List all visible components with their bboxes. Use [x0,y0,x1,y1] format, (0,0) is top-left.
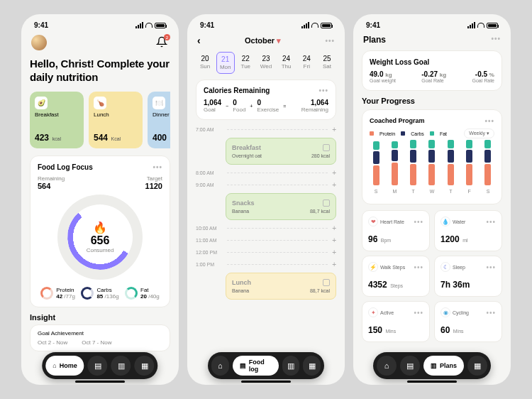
chart-icon: ▥ [431,362,437,369]
screen-home: 9:41 2 Hello, Christ! Complete your dail… [21,14,179,385]
dinner-icon: 🍽️ [153,97,165,109]
focus-title: Food Log Focus [38,163,93,171]
meal-lunch[interactable]: 🍗 Lunch 544 Kcal [89,92,143,148]
status-bar: 9:41 [21,14,179,32]
date-cell[interactable]: 24Thu [277,52,296,74]
nav-more[interactable]: ▦ [135,356,155,376]
coached-program-card: Coached Program••• Protein Carbs Fat Wee… [362,109,502,204]
more-button[interactable]: ••• [325,37,335,45]
home-indicator [241,381,291,383]
meal-breakfast[interactable]: 🥑 Breakfast 423 kcal [30,92,84,148]
month-picker[interactable]: October ▾ [245,36,281,45]
home-indicator [75,381,125,383]
log-icon: ▤ [94,361,101,371]
weight-loss-card: Weight Loss Goal 49.0 kgGoal weight -0.2… [362,50,502,91]
date-cell[interactable]: 22Tue [236,52,255,74]
bottom-nav: ⌂ ▤Food log ▥ ▦ [208,352,324,379]
lunch-icon: 🍗 [94,97,106,109]
bar-column: W [426,140,438,194]
bar-column: T [407,140,420,194]
date-selector[interactable]: 20Sun21Mon22Tue23Wed24Thu24Fri25Sat [196,52,336,74]
metric-cycling[interactable]: ◉Cycling••• 60 Mins [434,301,502,342]
breakfast-icon: 🥑 [35,97,48,109]
your-progress-title: Your Progress [362,97,502,105]
nav-plans[interactable]: ▥Plans [423,356,464,376]
nav-home[interactable]: ⌂Home [45,356,84,376]
home-indicator [407,381,457,383]
grid-icon: ▦ [141,361,148,371]
bar-column: M [388,141,401,194]
home-icon: ⌂ [52,362,56,369]
nav-home[interactable]: ⌂ [211,356,229,376]
chart-icon: ▥ [118,361,125,371]
chevron-down-icon: ▾ [277,36,281,45]
calories-remaining-card: Calories Remaining••• 1,064Goal − 0Food … [196,80,336,120]
nav-plans[interactable]: ▥ [111,356,131,376]
metric-sleep[interactable]: ☾Sleep••• 7h 36m [434,256,502,297]
checkbox[interactable] [323,279,330,286]
metric-water[interactable]: 💧Water••• 1200 ml [434,210,502,251]
status-bar: 9:41 [353,14,511,32]
date-cell[interactable]: 24Fri [297,52,316,74]
status-bar: 9:41 [187,14,345,32]
meal-cards-row[interactable]: 🥑 Breakfast 423 kcal 🍗 Lunch 544 Kcal 🍽️… [30,92,170,148]
date-cell[interactable]: 23Wed [257,52,275,74]
notification-badge: 2 [164,34,170,40]
meal-dinner[interactable]: 🍽️ Dinner 400 kcal [148,92,170,148]
log-icon: ▤ [240,362,246,369]
chart-legend: Protein Carbs Fat [370,131,447,136]
nav-foodlog[interactable]: ▤ [88,356,108,376]
bar-column: S [482,140,494,194]
food-log-focus-card: Food Log Focus••• Remaining564 Target112… [30,155,170,307]
status-icons [135,22,166,28]
sleep-icon: ☾ [440,262,450,272]
nav-more[interactable]: ▦ [467,356,487,376]
nav-plans[interactable]: ▥ [282,356,300,376]
more-icon[interactable]: ••• [153,163,162,171]
entry-snacks[interactable]: Snacks Banana88,7 kcal [226,193,336,220]
bar-column: S [370,141,382,194]
date-cell[interactable]: 25Sat [318,52,336,74]
nav-home[interactable]: ⌂ [377,356,397,376]
bottom-nav: ⌂ ▤ ▥Plans ▦ [373,352,491,379]
greeting-title: Hello, Christ! Complete your daily nutri… [30,58,170,84]
water-icon: 💧 [440,217,450,226]
nav-foodlog[interactable]: ▤Food log [233,356,279,376]
metric-heart-rate[interactable]: ❤Heart Rate••• 96 Bpm [362,210,430,251]
bar-column: T [444,140,457,194]
metric-active[interactable]: ✦Active••• 150 Mins [362,301,430,342]
more-icon[interactable]: ••• [484,117,494,125]
bottom-nav: ⌂Home ▤ ▥ ▦ [42,352,157,379]
avatar[interactable] [31,35,47,50]
insight-title: Insight [30,313,170,322]
bar-column: F [463,140,476,194]
date-cell[interactable]: 20Sun [196,52,214,74]
progress-ring: 🔥 656 Consumed [57,195,143,280]
add-entry-button[interactable]: + [332,126,336,133]
checkbox[interactable] [323,144,330,151]
screen-plans: 9:41 Plans••• Weight Loss Goal 49.0 kgGo… [353,14,511,385]
macro-protein: Protein42 /77g [40,287,75,300]
period-selector[interactable]: Weekly ▾ [464,129,494,138]
metric-steps[interactable]: ⚡Walk Steps••• 4352 Steps [362,256,430,297]
entry-breakfast: Breakfast Overnight oat280 kcal [226,138,336,165]
page-title: Plans [363,35,386,45]
goal-achievement-label: Goal Achievement [38,330,162,337]
timeline: 7:00 AM+ Breakfast Overnight oat280 kcal… [196,126,336,300]
screen-foodlog: 9:41 ‹ October ▾ ••• 20Sun21Mon22Tue23We… [187,14,345,385]
nav-foodlog[interactable]: ▤ [400,356,420,376]
back-button[interactable]: ‹ [197,35,201,46]
active-icon: ✦ [368,307,378,317]
checkbox[interactable] [323,200,330,207]
notifications-button[interactable]: 2 [155,35,169,50]
more-icon[interactable]: ••• [318,87,328,94]
stacked-bar-chart: SMTWTFS [370,144,494,194]
entry-lunch[interactable]: Lunch Banana88,7 kcal [226,273,336,300]
macro-carbs: Carbs85 /136g [81,287,118,300]
cycling-icon: ◉ [440,307,450,317]
nav-more[interactable]: ▦ [303,356,321,376]
heart-icon: ❤ [368,217,378,226]
more-button[interactable]: ••• [491,35,501,45]
steps-icon: ⚡ [368,262,378,272]
date-cell[interactable]: 21Mon [216,52,235,74]
